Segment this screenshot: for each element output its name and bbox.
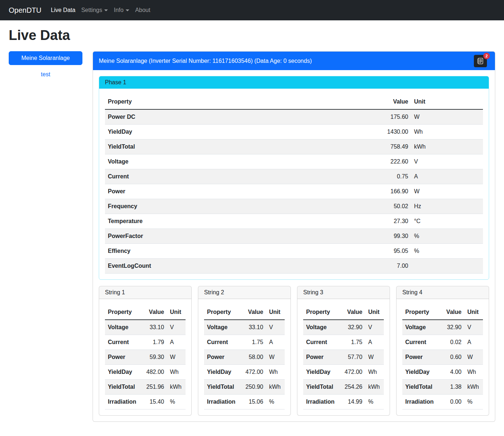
- unit-cell: %: [411, 244, 483, 259]
- column-header-unit: Unit: [266, 305, 285, 320]
- property-cell: Power: [105, 184, 324, 199]
- table-row: Current1.79A: [105, 335, 186, 350]
- value-cell: 0.75: [324, 169, 411, 184]
- phase-table: PropertyValueUnit Power DC175.60WYieldDa…: [105, 94, 483, 274]
- table-row: Frequency50.02Hz: [105, 199, 483, 214]
- nav-item-about[interactable]: About: [135, 4, 150, 16]
- table-row: Current0.02A: [402, 335, 483, 350]
- table-row: Current1.75A: [303, 335, 384, 350]
- property-cell: Irradiation: [303, 395, 340, 409]
- table-row: Voltage32.90V: [402, 320, 483, 335]
- table-row: YieldTotal758.49kWh: [105, 140, 483, 154]
- unit-cell: %: [464, 395, 483, 409]
- inverter-link-test[interactable]: test: [9, 71, 82, 78]
- property-cell: Effiency: [105, 244, 324, 259]
- value-cell: 15.06: [241, 395, 266, 409]
- nav-item-info[interactable]: Info: [114, 4, 129, 16]
- table-row: Voltage33.10V: [105, 320, 186, 335]
- value-cell: 472.00: [241, 365, 266, 380]
- property-cell: Power: [204, 350, 241, 365]
- unit-cell: W: [411, 109, 483, 125]
- table-row: Power DC175.60W: [105, 109, 483, 125]
- property-cell: Power DC: [105, 109, 324, 125]
- property-cell: YieldDay: [402, 365, 439, 380]
- nav-item-settings[interactable]: Settings: [81, 4, 108, 16]
- property-cell: Irradiation: [105, 395, 142, 409]
- unit-cell: V: [167, 320, 186, 335]
- property-cell: YieldDay: [105, 125, 324, 140]
- property-cell: YieldDay: [303, 365, 340, 380]
- table-header-row: PropertyValueUnit: [204, 305, 285, 320]
- value-cell: 482.00: [142, 365, 167, 380]
- column-header-unit: Unit: [167, 305, 186, 320]
- value-cell: 1430.00: [324, 125, 411, 140]
- property-cell: Power: [303, 350, 340, 365]
- value-cell: 758.49: [324, 140, 411, 154]
- unit-cell: W: [411, 184, 483, 199]
- value-cell: 1.79: [142, 335, 167, 350]
- property-cell: Current: [105, 169, 324, 184]
- property-cell: YieldTotal: [105, 380, 142, 395]
- string-card-title: String 2: [198, 286, 290, 299]
- column-header-property: Property: [303, 305, 340, 320]
- property-cell: Current: [204, 335, 241, 350]
- brand-opendtu[interactable]: OpenDTU: [9, 6, 41, 15]
- property-cell: YieldTotal: [303, 380, 340, 395]
- value-cell: 166.90: [324, 184, 411, 199]
- value-cell: 7.00: [324, 259, 411, 274]
- property-cell: Temperature: [105, 214, 324, 229]
- unit-cell: Wh: [266, 365, 285, 380]
- eventlog-button[interactable]: 2: [474, 55, 487, 67]
- property-cell: Irradiation: [402, 395, 439, 409]
- value-cell: 222.60: [324, 154, 411, 169]
- value-cell: 99.30: [324, 229, 411, 244]
- value-cell: 250.90: [241, 380, 266, 395]
- string-card-title: String 1: [99, 286, 191, 299]
- table-row: YieldTotal1.38kWh: [402, 380, 483, 395]
- table-row: Voltage33.10V: [204, 320, 285, 335]
- value-cell: 0.02: [439, 335, 464, 350]
- property-cell: Power: [402, 350, 439, 365]
- property-cell: EventLogCount: [105, 259, 324, 274]
- property-cell: YieldTotal: [402, 380, 439, 395]
- value-cell: 33.10: [241, 320, 266, 335]
- phase-card-title: Phase 1: [99, 76, 489, 89]
- property-cell: Voltage: [303, 320, 340, 335]
- value-cell: 32.90: [340, 320, 365, 335]
- string-table: PropertyValueUnit Voltage33.10VCurrent1.…: [204, 305, 285, 409]
- unit-cell: Hz: [411, 199, 483, 214]
- unit-cell: %: [167, 395, 186, 409]
- string-card: String 4 PropertyValueUnit Voltage32.90V…: [396, 286, 489, 416]
- table-row: Power59.30W: [105, 350, 186, 365]
- table-row: YieldDay472.00Wh: [303, 365, 384, 380]
- unit-cell: %: [365, 395, 384, 409]
- table-row: YieldTotal251.96kWh: [105, 380, 186, 395]
- column-header-value: Value: [439, 305, 464, 320]
- column-header-property: Property: [204, 305, 241, 320]
- value-cell: 0.60: [439, 350, 464, 365]
- unit-cell: %: [411, 229, 483, 244]
- table-row: Voltage222.60V: [105, 154, 483, 169]
- nav-item-live-data[interactable]: Live Data: [51, 4, 76, 16]
- nav-item-label: About: [135, 7, 150, 13]
- unit-cell: A: [464, 335, 483, 350]
- unit-cell: V: [365, 320, 384, 335]
- nav-item-label: Live Data: [51, 7, 76, 13]
- navbar: OpenDTU Live Data Settings Info About: [0, 0, 504, 20]
- property-cell: Power: [105, 350, 142, 365]
- inverter-card-body: Phase 1 PropertyValueUnit Power DC175.60…: [93, 70, 495, 421]
- table-row: Irradiation14.99%: [303, 395, 384, 409]
- table-row: EventLogCount7.00: [105, 259, 483, 274]
- inverter-select-button[interactable]: Meine Solaranlage: [9, 51, 82, 65]
- column-header-unit: Unit: [464, 305, 483, 320]
- unit-cell: W: [464, 350, 483, 365]
- property-cell: Voltage: [204, 320, 241, 335]
- unit-cell: V: [411, 154, 483, 169]
- table-header-row: PropertyValueUnit: [105, 305, 186, 320]
- unit-cell: A: [365, 335, 384, 350]
- page-container: Live Data Meine Solaranlage test Meine S…: [0, 20, 504, 431]
- inverter-sidebar: Meine Solaranlage test: [9, 51, 82, 78]
- unit-cell: %: [266, 395, 285, 409]
- property-cell: YieldDay: [204, 365, 241, 380]
- property-cell: Frequency: [105, 199, 324, 214]
